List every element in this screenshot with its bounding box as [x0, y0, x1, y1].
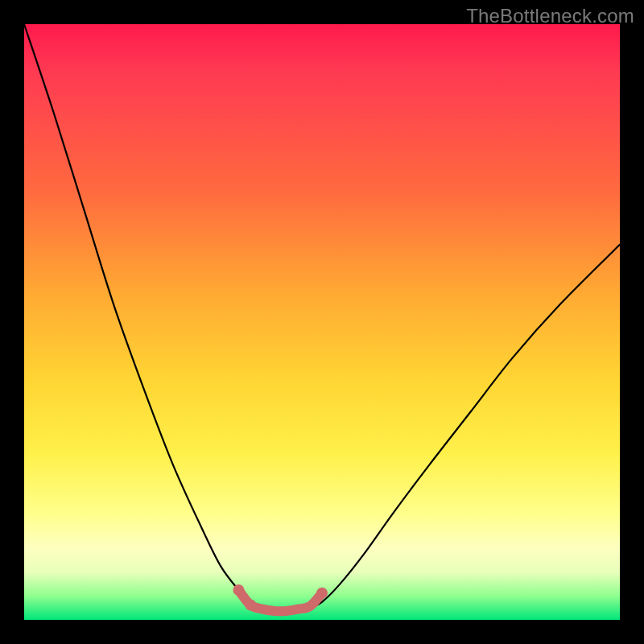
curve-layer	[24, 24, 620, 620]
curve-right-arm	[310, 245, 620, 608]
accent-dot	[233, 584, 244, 596]
accent-dot	[245, 600, 256, 611]
chart-frame: TheBottleneck.com	[0, 0, 644, 644]
accent-dot	[316, 588, 328, 599]
curve-left-arm	[24, 24, 262, 608]
plot-area	[24, 24, 620, 620]
